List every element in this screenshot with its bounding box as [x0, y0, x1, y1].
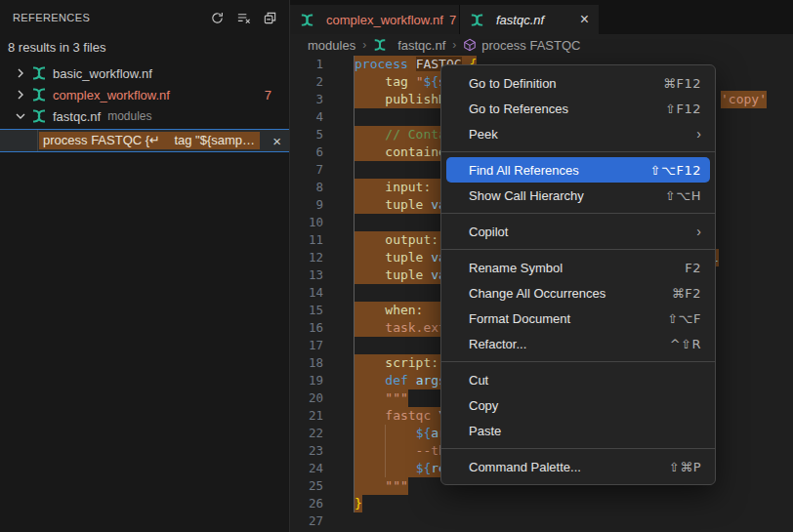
code-line[interactable]: 27 — [290, 512, 793, 530]
close-icon[interactable]: × — [580, 13, 589, 26]
reference-highlight: when: — [355, 302, 452, 319]
breadcrumb: modules› fastqc.nf› process FASTQC — [290, 34, 793, 56]
submenu-chevron-icon: › — [696, 126, 701, 142]
menu-item-go-to-references[interactable]: Go to References⇧F12 — [446, 96, 710, 121]
line-number[interactable]: 16 — [290, 319, 323, 337]
line-number[interactable]: 14 — [290, 284, 323, 302]
collapse-all-button[interactable] — [260, 8, 279, 27]
breadcrumb-item-process-fastqc[interactable]: process FASTQC — [463, 38, 580, 53]
reference-highlight: task.ext — [355, 319, 452, 337]
line-number[interactable]: 3 — [290, 91, 323, 108]
line-number[interactable]: 27 — [290, 512, 323, 530]
line-number[interactable]: 26 — [290, 495, 323, 512]
menu-item-rename-symbol[interactable]: Rename SymbolF2 — [446, 255, 710, 280]
menu-item-go-to-definition[interactable]: Go to Definition⌘F12 — [446, 70, 710, 96]
clear-all-button[interactable] — [233, 8, 253, 27]
code-line[interactable]: 26} — [290, 495, 793, 512]
file-name: fastqc.nf — [53, 109, 101, 124]
nextflow-icon — [31, 87, 47, 102]
result-count-badge: 7 — [265, 88, 271, 102]
reference-highlight: def args — [355, 372, 452, 389]
menu-item-peek[interactable]: Peek› — [446, 121, 710, 146]
menu-item-show-call-hierarchy[interactable]: Show Call Hierarchy⇧⌥H — [446, 183, 710, 208]
menu-item-cut[interactable]: Cut — [446, 367, 710, 392]
menu-separator — [441, 361, 715, 362]
breadcrumb-label: process FASTQC — [481, 38, 580, 53]
line-number[interactable]: 25 — [290, 477, 323, 495]
panel-header: REFERENCES — [0, 0, 289, 35]
line-number[interactable]: 6 — [290, 143, 323, 161]
tab-bar: complex_workflow.nf7 fastqc.nf× — [290, 0, 793, 34]
line-number[interactable]: 4 — [290, 108, 323, 126]
menu-item-copy[interactable]: Copy — [446, 392, 710, 418]
line-number[interactable]: 24 — [290, 460, 323, 477]
breadcrumb-label: fastqc.nf — [397, 38, 445, 53]
submenu-chevron-icon: › — [696, 224, 701, 239]
breadcrumb-separator: › — [362, 38, 366, 52]
panel-title: REFERENCES — [13, 12, 207, 23]
keyboard-shortcut: ⇧⌘P — [669, 460, 701, 474]
menu-item-refactor[interactable]: Refactor...^⇧R — [446, 331, 710, 356]
reference-highlight: output: — [355, 231, 452, 249]
chevron-right-icon[interactable] — [13, 87, 28, 102]
keyboard-shortcut: ⇧⌥H — [665, 188, 701, 203]
line-number[interactable]: 12 — [290, 249, 323, 266]
line-number[interactable]: 5 — [290, 126, 323, 143]
keyboard-shortcut: ⌘F12 — [663, 76, 701, 91]
nextflow-icon — [31, 108, 47, 124]
line-number[interactable]: 18 — [290, 354, 323, 372]
panel-actions — [207, 8, 279, 27]
reference-highlight: ${re — [355, 460, 452, 477]
reference-highlight: script: — [355, 354, 452, 372]
line-number[interactable]: 22 — [290, 425, 323, 442]
menu-item-find-all-references[interactable]: Find All References⇧⌥F12 — [446, 157, 710, 183]
indent-guide — [385, 425, 386, 477]
file-name: basic_workflow.nf — [53, 66, 152, 81]
line-number[interactable]: 19 — [290, 372, 323, 389]
breadcrumb-item-fastqc-nf[interactable]: fastqc.nf — [373, 38, 445, 53]
reference-highlight: tuple va — [355, 196, 452, 214]
line-number[interactable]: 11 — [290, 231, 323, 249]
tab-complex-workflow-nf[interactable]: complex_workflow.nf7 — [290, 5, 460, 34]
breadcrumb-item-modules[interactable]: modules — [308, 38, 355, 53]
menu-item-format-document[interactable]: Format Document⇧⌥F — [446, 306, 710, 331]
reference-highlight: ${ar — [355, 425, 452, 442]
selection-edge-line — [354, 56, 355, 512]
line-number[interactable]: 23 — [290, 442, 323, 460]
symbol-process-icon — [463, 38, 477, 52]
line-number[interactable]: 20 — [290, 389, 323, 407]
file-row-complex-workflow-nf[interactable]: complex_workflow.nf7 — [0, 84, 289, 105]
reference-result-item[interactable]: process FASTQC {↵ tag "${samp…× — [0, 129, 289, 152]
file-row-basic-workflow-nf[interactable]: basic_workflow.nf — [0, 62, 289, 84]
line-number[interactable]: 2 — [290, 73, 323, 91]
line-number[interactable]: 13 — [290, 266, 323, 284]
menu-item-change-all-occurrences[interactable]: Change All Occurrences⌘F2 — [446, 280, 710, 306]
menu-item-paste[interactable]: Paste — [446, 418, 710, 443]
vscode-window: REFERENCES 8 results in 3 files basic_wo… — [0, 0, 793, 532]
menu-item-command-palette[interactable]: Command Palette...⇧⌘P — [446, 454, 710, 479]
menu-separator — [441, 213, 715, 214]
keyboard-shortcut: ⇧⌥F — [667, 311, 701, 326]
file-name: complex_workflow.nf — [53, 88, 170, 102]
line-number[interactable]: 8 — [290, 179, 323, 196]
refresh-button[interactable] — [207, 8, 227, 27]
chevron-down-icon[interactable] — [13, 108, 28, 124]
line-number[interactable]: 7 — [290, 161, 323, 179]
reference-highlight: """ — [355, 389, 408, 407]
close-icon[interactable]: × — [272, 134, 281, 148]
context-menu: Go to Definition⌘F12Go to References⇧F12… — [440, 64, 716, 485]
tab-fastqc-nf[interactable]: fastqc.nf× — [460, 5, 599, 34]
file-row-fastqc-nf[interactable]: fastqc.nfmodules — [0, 105, 289, 127]
line-number[interactable]: 10 — [290, 214, 323, 231]
chevron-right-icon[interactable] — [13, 65, 28, 81]
reference-highlight: fastqc \ — [355, 407, 452, 425]
menu-separator — [441, 249, 715, 250]
line-number[interactable]: 9 — [290, 196, 323, 214]
menu-item-copilot[interactable]: Copilot› — [446, 219, 710, 244]
line-number[interactable]: 15 — [290, 302, 323, 319]
line-number[interactable]: 17 — [290, 337, 323, 354]
line-number[interactable]: 1 — [290, 56, 323, 73]
references-tree: basic_workflow.nf complex_workflow.nf7 f… — [0, 62, 289, 152]
keyboard-shortcut: ⇧F12 — [665, 102, 701, 116]
line-number[interactable]: 21 — [290, 407, 323, 425]
